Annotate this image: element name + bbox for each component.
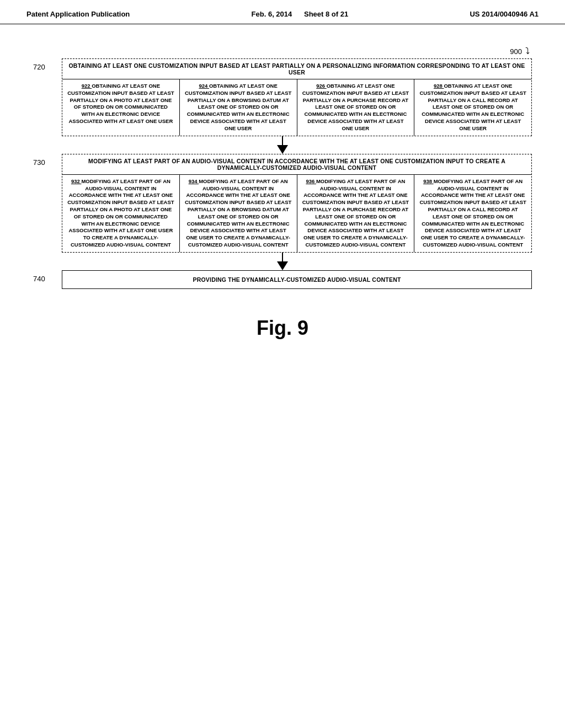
inner-col: 932 MODIFYING AT LEAST PART OF AN AUDIO-… (62, 175, 180, 252)
box-720-header: OBTAINING AT LEAST ONE CUSTOMIZATION INP… (62, 59, 531, 79)
col-num: 922 (82, 83, 92, 89)
section-740-row: 740 PROVIDING THE DYNAMICALLY-CUSTOMIZED… (33, 270, 532, 289)
col-num: 938 (423, 178, 434, 184)
box-730: MODIFYING AT LEAST PART OF AN AUDIO-VISU… (62, 154, 532, 253)
section-740-label: 740 (33, 270, 62, 283)
section-730-label: 730 (33, 154, 62, 167)
header-date: Feb. 6, 2014 (252, 10, 292, 18)
inner-col: 936 MODIFYING AT LEAST PART OF AN AUDIO-… (297, 175, 415, 252)
col-num: 928 (434, 83, 444, 89)
ref-900-label: 900 (510, 47, 522, 56)
page-header: Patent Application Publication Feb. 6, 2… (0, 0, 565, 24)
header-publication: Patent Application Publication (26, 10, 130, 18)
inner-col: 928 OBTAINING AT LEAST ONE CUSTOMIZATION… (414, 79, 531, 136)
arrow-head-2 (277, 261, 288, 270)
inner-col: 938 MODIFYING AT LEAST PART OF AN AUDIO-… (414, 175, 531, 252)
arrow-line-1 (282, 136, 283, 145)
inner-col: 926 OBTAINING AT LEAST ONE CUSTOMIZATION… (297, 79, 415, 136)
arrow-head-1 (277, 145, 288, 154)
col-num: 934 (189, 178, 199, 184)
header-date-sheet: Feb. 6, 2014 Sheet 8 of 21 (252, 10, 349, 18)
box-730-cols: 932 MODIFYING AT LEAST PART OF AN AUDIO-… (62, 175, 531, 252)
box-720-cols: 922 OBTAINING AT LEAST ONE CUSTOMIZATION… (62, 79, 531, 136)
header-sheet: Sheet 8 of 21 (304, 10, 348, 18)
main-content: 900 ⤵ 720 OBTAINING AT LEAST ONE CUSTOMI… (0, 24, 565, 362)
section-730-box: MODIFYING AT LEAST PART OF AN AUDIO-VISU… (62, 154, 532, 253)
header-patent-num: US 2014/0040946 A1 (470, 10, 539, 18)
section-730-row: 730 MODIFYING AT LEAST PART OF AN AUDIO-… (33, 154, 532, 253)
col-num: 924 (199, 83, 209, 89)
box-720: OBTAINING AT LEAST ONE CUSTOMIZATION INP… (62, 58, 532, 136)
col-num: 932 (71, 178, 82, 184)
col-num: 936 (306, 178, 316, 184)
box-740: PROVIDING THE DYNAMICALLY-CUSTOMIZED AUD… (62, 270, 532, 289)
section-740-box: PROVIDING THE DYNAMICALLY-CUSTOMIZED AUD… (62, 270, 532, 289)
section-720-row: 720 OBTAINING AT LEAST ONE CUSTOMIZATION… (33, 58, 532, 136)
fig-label: Fig. 9 (33, 317, 532, 340)
box-730-header: MODIFYING AT LEAST PART OF AN AUDIO-VISU… (62, 154, 531, 175)
section-720-label: 720 (33, 58, 62, 71)
inner-col: 924 OBTAINING AT LEAST ONE CUSTOMIZATION… (180, 79, 297, 136)
ref-900-arrow-icon: ⤵ (525, 46, 530, 56)
arrow-720-730 (33, 136, 532, 154)
section-720-box: OBTAINING AT LEAST ONE CUSTOMIZATION INP… (62, 58, 532, 136)
arrow-730-740 (33, 253, 532, 270)
inner-col: 922 OBTAINING AT LEAST ONE CUSTOMIZATION… (62, 79, 180, 136)
col-num: 926 (316, 83, 327, 89)
ref-900: 900 ⤵ (33, 46, 532, 56)
arrow-line-2 (282, 253, 283, 261)
inner-col: 934 MODIFYING AT LEAST PART OF AN AUDIO-… (180, 175, 297, 252)
